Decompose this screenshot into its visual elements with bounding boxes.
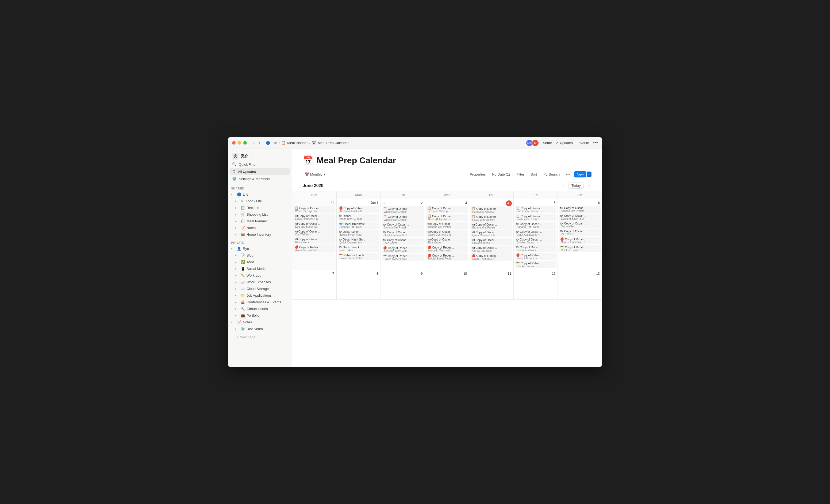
list-item[interactable]: 🍽Copy of Oscar ... Chicken Tacos 📄 [470,238,512,245]
workspace-button[interactable]: 亮 亮介 ⌄ [230,152,290,161]
list-item[interactable]: 🍎Copy of Rebec... Naan + Hummus 📄 [470,253,512,261]
sidebar-item-notes[interactable]: ▸ 📝 Notes [228,225,292,231]
favorite-button[interactable]: Favorite [576,141,589,145]
list-item[interactable]: 🍽Dinner White Rice 🍚 Blac [338,214,380,221]
sidebar-item-github-issues[interactable]: ▸ 🔧 Github Issues [228,306,292,312]
list-item[interactable]: 🍽Oscar Snack Rice Cakes [338,245,380,252]
sidebar-item-dev-notes[interactable]: ▸ ⚙️ Dev Notes [228,326,292,332]
list-item[interactable]: 🍽Copy of Oscar ... Banana Oat Proteir [470,222,512,230]
add-event-button[interactable]: ＋ [382,200,387,206]
list-item[interactable]: 🥗Rebecca Lunch Baked Sweet Potat [338,253,380,260]
view-selector-button[interactable]: 📅 Monthly ▾ [303,171,327,177]
sidebar-item-home-inventory[interactable]: ▸ 📦 Home Inventory [228,231,292,238]
list-item[interactable]: 🍽Copy of Oscar ... Quick Oatmeal & N [426,230,468,237]
list-item[interactable]: 🍽Copy of Oscar ... Banana Oat Proteir [382,222,424,230]
list-item[interactable]: 🍎Copy of Rebec... Avocado Toast with [338,206,380,213]
today-button[interactable]: Today [569,182,584,189]
no-date-button[interactable]: No Date (1) [490,171,512,177]
breadcrumb-meal-prep-cal[interactable]: Meal Prep Calendar [318,141,349,145]
sidebar-item-meal-planner[interactable]: ▸ 📋 Meal Planner [228,218,292,224]
list-item[interactable]: 🥗Copy of Rebec... Baked Sweet Potat [382,254,424,261]
list-item[interactable]: 🍽Copy of Oscar ... Oat Waffles [293,229,335,236]
sidebar-item-portfolio[interactable]: ▸ 💼 Portfolio [228,312,292,318]
filter-button[interactable]: Filter [514,171,526,177]
list-item[interactable]: 📋Copy of Dinner Pasta with Chicken [470,214,512,222]
list-item[interactable]: 📋Copy of Dinner Parmesan Cheese [515,206,557,213]
search-button[interactable]: 🔍 Search [541,171,562,177]
list-item[interactable]: 🍎Copy of Rebec... Naan + Hummus 📄 [515,253,557,260]
list-item[interactable]: 📋Copy of Dinner White Rice 🍚 Blac [293,206,335,213]
list-item[interactable]: 🍽Copy of Oscar ... Cereal and Nuts [470,245,512,253]
list-item[interactable]: 🍎Copy of Rebec... Avocado Toast with [426,245,468,253]
sidebar-item-work-log[interactable]: ▸ ✏️ Work Log [228,272,292,278]
forward-button[interactable]: › [258,140,261,146]
prev-month-button[interactable]: ‹ [561,183,565,189]
list-item[interactable]: 📋Copy of Dinner White Rice 🍚 Blac [382,214,424,222]
sidebar-item-conferences[interactable]: ▸ 🎪 Conferences & Events [228,299,292,305]
sort-button[interactable]: Sort [529,171,539,177]
sidebar-item-shopping-list[interactable]: ▸ 🛒 Shopping List [228,211,292,217]
sidebar-item-notes2[interactable]: ▾ 📝 Notes [228,319,292,325]
list-item[interactable]: 🥗Copy of Rebec... Chicken Tacos 📄 [559,245,601,252]
updates-button[interactable]: ✓ Updates [556,141,573,145]
new-button[interactable]: New [574,171,586,177]
list-item[interactable]: 📋Copy of Dinner Udon 🍜 Gyoza Du [426,214,468,221]
list-item[interactable]: 📋Copy of Dinner Parmesan Cheese [470,206,512,214]
maximize-button[interactable] [243,141,247,144]
list-item[interactable]: 🍽Copy of Oscar ... Cereal and Nuts [515,245,557,252]
close-button[interactable] [232,141,235,144]
list-item[interactable]: 🍽Copy of Oscar ... Banana Oat Proteir [515,222,557,229]
share-button[interactable]: Share [543,141,552,145]
list-item[interactable]: 🍽Copy of Oscar ... Quick Oatmeal & N [470,230,512,237]
list-item[interactable]: 🍽Copy of Oscar ... Egg and Bacon Sar [293,222,335,229]
back-button[interactable]: ‹ [252,140,256,146]
properties-button[interactable]: Properties [468,171,488,177]
list-item[interactable]: 🍎Copy of Rebec... Naan + Hummus 📄 [559,237,601,244]
sidebar-item-todo[interactable]: ▸ ✅ Todo [228,259,292,265]
list-item[interactable]: 🍽Copy of Oscar ... Quick Oatmeal & N [382,230,424,237]
list-item[interactable]: 🥗Copy of Rebec... Chicken Tacos 📄 [515,261,557,268]
list-item[interactable]: 📋Copy of Dinner Tempura Shrimp [426,206,468,213]
list-item[interactable]: 🥣Oscar Breakfast Banana Oat Proteir [338,222,380,229]
quick-find-item[interactable]: 🔍 Quick Find [230,161,290,168]
list-item[interactable]: 🍽Oscar Lunch Baked Sweet Potat [338,230,380,237]
sidebar-item-job-applications[interactable]: ▸ 📁 Job Applications [228,292,292,299]
list-item[interactable]: 📋Copy of Dinner Pasta with Chicken [515,214,557,221]
list-item[interactable]: 🍽Copy of Oscar ... Banana Oat Proteir [426,222,468,229]
new-button-dropdown[interactable]: ▾ [587,172,592,177]
breadcrumb-meal-planner[interactable]: Meal Planner [287,141,308,145]
sidebar-item-recipes[interactable]: ▸ 📋 Recipes [228,205,292,211]
list-item[interactable]: 🍽Copy of Oscar ... Egg and Bacon Sar [559,213,601,221]
new-page-button[interactable]: ＋ + New page [228,333,292,341]
list-item[interactable]: 🍽Copy of Oscar ... Quick Oatmeal & N [515,230,557,237]
list-item[interactable]: 🍽Copy of Oscar ... Oat Waffles [559,221,601,229]
sidebar-item-social-media[interactable]: ▸ 📱 Social Media [228,266,292,272]
event-sub: Tempura Shrimp [427,210,467,213]
breadcrumb-life[interactable]: Life [272,141,277,145]
toolbar-more-button[interactable]: ••• [564,171,572,177]
list-item[interactable]: 🍎Copy of Rebec... Avocado Toast with [293,245,335,252]
sidebar-item-blog[interactable]: ▸ 📝 Blog [228,252,292,259]
list-item[interactable]: 🍽Copy of Oscar ... Chicken Tacos 📄 [515,237,557,244]
list-item[interactable]: 🍽Copy of Oscar ... Rice Cakes [559,229,601,236]
sidebar-item-ryo[interactable]: ▾ 👤 Ryo [228,245,292,252]
list-item[interactable]: 🍽Copy of Oscar ... Quick Oatmeal & N [293,214,335,221]
list-item[interactable]: 🍎Copy of Rebec... Avocado Toast with [382,245,424,253]
list-item[interactable]: 🍎Copy of Rebec... Baked Sweet Potat [426,253,468,261]
settings-item[interactable]: ⚙️ Settings & Members [230,175,290,182]
sidebar-item-cloud-storage[interactable]: ▸ ☁️ Cloud Storage [228,286,292,292]
titlebar: ‹ › 🔵 Life / 📋 Meal Planner / 📅 Meal Pre… [228,137,602,149]
sidebar-item-todo-life[interactable]: ▸ 🗓 Todo / Life [228,198,292,204]
list-item[interactable]: 🍽Copy of Oscar ... Rice Cakes [382,238,424,245]
list-item[interactable]: 📋Copy of Dinner White Rice 🍚 Blac [382,206,424,214]
list-item[interactable]: 🍽Copy of Oscar ... Rice Cakes [293,237,335,244]
next-month-button[interactable]: › [587,183,592,189]
list-item[interactable]: 🍽Copy of Oscar ... Rice Cakes [426,237,468,244]
sidebar-item-life[interactable]: ▾ 🔵 Life [228,191,292,198]
list-item[interactable]: 🍽Oscar Night Sn... Quick Oatmeal & N [338,237,380,244]
minimize-button[interactable] [238,141,241,144]
all-updates-item[interactable]: ⏱ All Updates [230,168,290,175]
more-options-button[interactable]: ••• [593,140,598,146]
list-item[interactable]: 🍽Copy of Oscar ... Banana Oat Proteir [559,206,601,213]
sidebar-item-work-expenses[interactable]: ▸ 📊 Work Expenses [228,279,292,285]
